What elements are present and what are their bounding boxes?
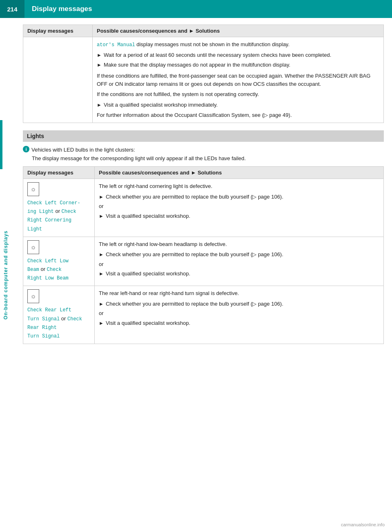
arrow-icon-1: ► [97,51,102,59]
arrow-bullet-l3b: ► Visit a qualified specialist workshop. [99,319,379,327]
or-text-3: or [99,309,379,317]
cause-intro-3: The rear left-hand or rear right-hand tu… [99,289,379,297]
side-label-text: On-board computer and displays [3,230,9,320]
info-line-1: i Vehicles with LED bulbs in the light c… [23,146,384,154]
top-table-cause-cell: ator's Manual display messages must not … [93,37,384,123]
or-text-1: or [99,202,379,210]
header-title: Display messages [24,5,92,13]
display-msg-1: Check Left Corner-ing Light or CheckRigh… [27,199,90,233]
or-text-2: or [99,260,379,268]
info-subtext: The display message for the correspondin… [32,155,384,161]
sun-icon-2: ☼ [30,244,36,250]
lights-cause-cell-3: The rear left-hand or rear right-hand tu… [95,286,384,344]
arrow-bullet-l1a: ► Check whether you are permitted to rep… [99,193,379,201]
light-icon-2: ☼ [27,240,39,254]
arrow-bullet-1: ► Wait for a period of at least 60 secon… [97,51,379,59]
top-table-display-cell [23,37,93,123]
lights-col1-header: Display messages [23,167,95,179]
mono-text: ator's Manual [97,42,135,48]
arrow-text-l3b: Visit a qualified specialist workshop. [106,319,379,327]
arrow-icon-l1a: ► [99,193,104,201]
cause-para-1: If these conditions are fulfilled, the f… [97,72,379,88]
lights-cause-cell-2: The left or right-hand low-beam headlamp… [95,237,384,286]
side-label-container: On-board computer and displays [0,18,11,532]
light-icon-1: ☼ [27,182,39,196]
arrow-icon-2: ► [97,61,102,69]
arrow-icon-l1b: ► [99,212,104,220]
arrow-icon-l2b: ► [99,270,104,277]
header-bar: 214 Display messages [0,0,392,18]
cause-para-3: For further information about the Occupa… [97,111,379,119]
table-row: ☼ Check Rear LeftTurn Signal or Check Re… [23,286,384,344]
arrow-text-1: Wait for a period of at least 60 seconds… [104,51,379,59]
display-msg-2: Check Left LowBeam or CheckRight Low Bea… [27,257,90,283]
display-or-2: or [40,266,47,272]
top-table: Display messages Possible causes/consequ… [23,25,384,123]
cause-intro-1: The left or right-hand cornering light i… [99,182,379,190]
lights-display-cell-2: ☼ Check Left LowBeam or CheckRight Low B… [23,237,95,286]
display-msg-3: Check Rear LeftTurn Signal or Check Rear… [27,306,90,340]
arrow-text-l1b: Visit a qualified specialist workshop. [106,212,379,220]
cause-para-2: If the conditions are not fulfilled, the… [97,90,379,98]
arrow-bullet-2: ► Make sure that the display messages do… [97,61,379,69]
arrow-bullet-3: ► Visit a qualified specialist workshop … [97,101,379,109]
arrow-icon-l3b: ► [99,319,104,327]
lights-cause-cell-1: The left or right-hand cornering light i… [95,179,384,237]
cause-intro-2: The left or right-hand low-beam headlamp… [99,240,379,248]
side-label-bar [0,120,2,169]
arrow-text-l1a: Check whether you are permitted to repla… [106,193,379,201]
lights-display-cell-3: ☼ Check Rear LeftTurn Signal or Check Re… [23,286,95,344]
sun-icon-3: ☼ [30,293,36,300]
info-icon: i [23,146,29,152]
lights-section-header: Lights [23,130,384,142]
watermark: carmanualsonline.info [341,522,385,527]
arrow-icon-l2a: ► [99,250,104,258]
top-table-col2-header: Possible causes/consequences and ► Solut… [93,25,384,37]
top-table-col1-header: Display messages [23,25,93,37]
light-icon-3: ☼ [27,289,39,303]
info-text: Vehicles with LED bulbs in the light clu… [31,146,135,154]
arrow-text-2: Make sure that the display messages do n… [104,61,379,69]
lights-table: Display messages Possible causes/consequ… [23,166,384,344]
page-number: 214 [0,0,24,18]
arrow-text-3: Visit a qualified specialist workshop im… [104,101,379,109]
arrow-icon-3: ► [97,101,102,109]
arrow-bullet-l2b: ► Visit a qualified specialist workshop. [99,270,379,278]
lights-display-cell-1: ☼ Check Left Corner-ing Light or CheckRi… [23,179,95,237]
table-row: ator's Manual display messages must not … [23,37,384,123]
arrow-bullet-l3a: ► Check whether you are permitted to rep… [99,300,379,308]
sun-icon-1: ☼ [30,186,36,192]
arrow-icon-l3a: ► [99,300,104,308]
table-row: ☼ Check Left LowBeam or CheckRight Low B… [23,237,384,286]
arrow-text-l3a: Check whether you are permitted to repla… [106,300,379,308]
display-or-3: or [61,315,67,322]
arrow-bullet-l2a: ► Check whether you are permitted to rep… [99,250,379,259]
lights-col2-header: Possible causes/consequences and ► Solut… [95,167,384,179]
arrow-bullet-l1b: ► Visit a qualified specialist workshop. [99,212,379,220]
cause-text-1: display messages must not be shown in th… [135,41,290,47]
display-or-1: or [55,208,61,214]
table-row: ☼ Check Left Corner-ing Light or CheckRi… [23,179,384,237]
arrow-text-l2a: Check whether you are permitted to repla… [106,250,379,259]
main-content: Display messages Possible causes/consequ… [15,18,392,360]
arrow-text-l2b: Visit a qualified specialist workshop. [106,270,379,278]
